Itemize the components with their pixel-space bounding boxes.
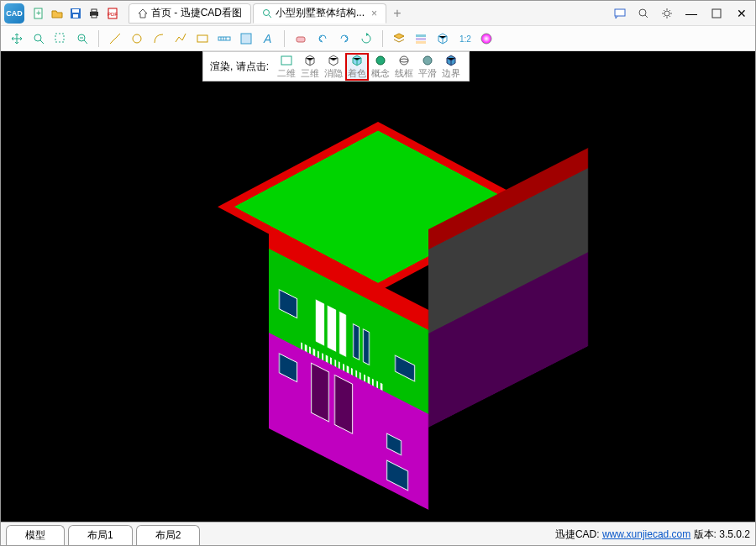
measure-icon[interactable] (215, 29, 234, 48)
statusbar: 模型 布局1 布局2 迅捷CAD: www.xunjiecad.com 版本: … (1, 522, 755, 545)
sphere-concept-icon (373, 54, 388, 67)
render-edge-button[interactable]: 边界 (440, 54, 462, 80)
feedback-icon[interactable] (612, 6, 627, 21)
cube-edge-icon (444, 54, 459, 67)
main-toolbar: A 1:2 (1, 26, 755, 51)
redo-icon[interactable] (335, 29, 354, 48)
undo-icon[interactable] (313, 29, 332, 48)
sphere-smooth-icon (420, 54, 435, 67)
save-icon[interactable] (68, 6, 83, 21)
cube-hidden-icon (326, 54, 341, 67)
render-concept-button[interactable]: 概念 (370, 54, 391, 80)
settings-gear-icon[interactable] (659, 6, 675, 21)
model-render (218, 92, 538, 445)
cube-shade-icon (349, 54, 365, 67)
svg-line-22 (664, 16, 664, 17)
line-tool-icon[interactable] (106, 29, 124, 48)
app-logo-icon: CAD (4, 3, 24, 24)
svg-line-23 (669, 10, 670, 11)
arc-tool-icon[interactable] (150, 29, 168, 48)
render-smooth-button[interactable]: 平滑 (417, 54, 438, 80)
render-mode-popup: 渲染, 请点击: 二维 三维 消隐 着色 概念 线框 平滑 边界 (202, 51, 470, 81)
layout-tab-1[interactable]: 布局1 (68, 525, 133, 545)
svg-text:+: + (36, 8, 41, 18)
render-wireframe-button[interactable]: 线框 (393, 54, 415, 80)
text-tool-icon[interactable]: A (259, 29, 277, 48)
svg-point-15 (664, 11, 669, 16)
layout-tab-model[interactable]: 模型 (6, 525, 65, 545)
render-hidden-button[interactable]: 消隐 (323, 54, 344, 80)
svg-rect-4 (73, 14, 78, 18)
titlebar-right: — ✕ (611, 5, 752, 22)
sphere-wire-icon (396, 54, 412, 67)
svg-rect-38 (241, 34, 251, 44)
render-hint-label: 渲染, 请点击: (210, 60, 269, 74)
zoom-window-icon[interactable] (51, 29, 70, 48)
svg-rect-33 (197, 35, 207, 42)
svg-line-14 (645, 15, 648, 18)
zoom-extents-icon[interactable] (29, 29, 48, 48)
version-value: 3.5.0.2 (719, 528, 750, 540)
print-icon[interactable] (87, 6, 102, 21)
svg-rect-6 (92, 9, 97, 12)
svg-rect-12 (615, 9, 625, 16)
svg-rect-3 (72, 9, 79, 13)
svg-rect-27 (55, 34, 64, 42)
titlebar: CAD + PDF 首页 - 迅捷CAD看图 小型别墅整体结构... × + —… (1, 1, 755, 26)
cube-3d-icon (302, 54, 318, 67)
svg-text:1:2: 1:2 (459, 34, 471, 44)
tab-label: 首页 - 迅捷CAD看图 (151, 6, 242, 20)
svg-line-11 (269, 15, 271, 18)
svg-text:PDF: PDF (108, 12, 118, 17)
svg-point-10 (264, 9, 270, 15)
layer-manager-icon[interactable] (412, 29, 430, 48)
close-window-button[interactable]: ✕ (732, 5, 752, 22)
svg-line-20 (664, 10, 664, 11)
brand-url-link[interactable]: www.xunjiecad.com (602, 528, 690, 540)
brand-label: 迅捷CAD: (555, 528, 600, 540)
svg-text:A: A (263, 32, 271, 45)
area-tool-icon[interactable] (237, 29, 255, 48)
render-shade-button[interactable]: 着色 (346, 54, 368, 80)
open-folder-icon[interactable] (50, 6, 65, 21)
new-file-icon[interactable]: + (31, 6, 46, 21)
new-tab-button[interactable]: + (388, 4, 407, 23)
dimension-style-icon[interactable]: 1:2 (455, 29, 474, 48)
document-tabs: 首页 - 迅捷CAD看图 小型别墅整体结构... × + (129, 3, 407, 24)
render-2d-button[interactable]: 二维 (276, 54, 297, 80)
viewport-3d[interactable]: 渲染, 请点击: 二维 三维 消隐 着色 概念 线框 平滑 边界 (1, 51, 755, 522)
refresh-icon[interactable] (357, 29, 375, 48)
svg-rect-43 (416, 41, 426, 44)
svg-rect-24 (712, 9, 721, 18)
layers-icon[interactable] (390, 29, 408, 48)
search-icon (262, 8, 272, 18)
tab-home[interactable]: 首页 - 迅捷CAD看图 (129, 3, 251, 24)
status-right: 迅捷CAD: www.xunjiecad.com 版本: 3.5.0.2 (555, 528, 750, 545)
render-3d-button[interactable]: 三维 (299, 54, 321, 80)
svg-rect-34 (218, 37, 230, 40)
zoom-fit-icon[interactable] (73, 29, 92, 48)
3d-view-icon[interactable] (433, 29, 452, 48)
svg-point-25 (34, 34, 41, 41)
rectangle-tool-icon[interactable] (193, 29, 212, 48)
cube-2d-icon (279, 54, 294, 67)
tab-document[interactable]: 小型别墅整体结构... × (253, 3, 386, 24)
color-wheel-icon[interactable] (477, 29, 496, 48)
circle-tool-icon[interactable] (128, 29, 146, 48)
pan-icon[interactable] (8, 29, 26, 48)
svg-point-48 (376, 56, 385, 65)
layout-tab-2[interactable]: 布局2 (136, 525, 201, 545)
maximize-button[interactable] (706, 5, 727, 22)
home-icon (138, 8, 148, 18)
minimize-button[interactable]: — (681, 5, 701, 22)
svg-point-32 (133, 34, 141, 43)
zoom-icon[interactable] (636, 6, 651, 21)
svg-point-13 (639, 9, 646, 16)
pdf-export-icon[interactable]: PDF (105, 6, 120, 21)
svg-line-31 (110, 34, 120, 44)
polyline-tool-icon[interactable] (171, 29, 190, 48)
svg-point-50 (400, 59, 408, 62)
close-icon[interactable]: × (371, 8, 377, 19)
svg-rect-7 (92, 15, 97, 18)
erase-icon[interactable] (291, 29, 310, 48)
